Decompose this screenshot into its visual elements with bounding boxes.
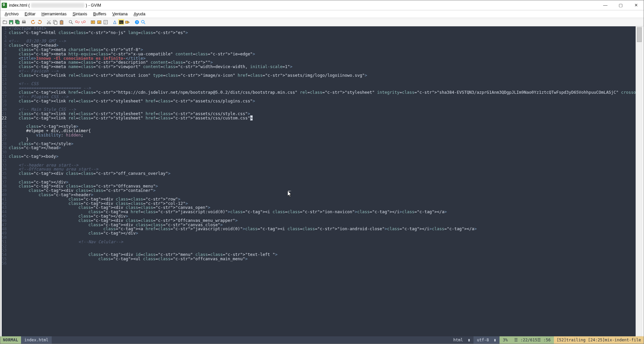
- close-button[interactable]: ✕: [628, 0, 644, 10]
- svg-rect-10: [54, 21, 57, 24]
- svg-rect-11: [60, 21, 63, 24]
- undo-icon[interactable]: [30, 19, 36, 25]
- make-icon[interactable]: [112, 19, 118, 25]
- menu-ventana[interactable]: Ventana: [109, 11, 131, 17]
- maximize-button[interactable]: ▢: [613, 0, 628, 10]
- menu-editar[interactable]: Editar: [22, 11, 39, 17]
- status-file: index.html: [21, 336, 52, 344]
- load-session-icon[interactable]: [90, 19, 96, 25]
- print-icon[interactable]: [21, 19, 27, 25]
- save-session-icon[interactable]: [96, 19, 102, 25]
- file-saveall-icon[interactable]: [14, 19, 20, 25]
- find-next-icon[interactable]: [74, 19, 80, 25]
- find-replace-icon[interactable]: [68, 19, 74, 25]
- toolbar: ?: [0, 18, 644, 26]
- title-redacted: [31, 3, 84, 8]
- status-mode: NORMAL: [0, 336, 21, 344]
- menu-ayuda[interactable]: Ayuda: [130, 11, 148, 17]
- status-position: ☰ :22/615☰ :56: [511, 336, 554, 344]
- title-paren: ): [86, 3, 87, 8]
- gutter: 1 2 3 4 5 6 7 8 9 10 11 12 13 14 15 16 1…: [2, 26, 9, 336]
- svg-point-15: [83, 21, 85, 23]
- status-warning: [52]trailing [24:25]mix-indent-file: [554, 336, 644, 344]
- file-save-icon[interactable]: [8, 19, 14, 25]
- titlebar[interactable]: index.html ( ) - GVIM — ▢ ✕: [0, 0, 644, 10]
- svg-text:?: ?: [136, 21, 138, 24]
- svg-rect-2: [10, 22, 12, 24]
- window-frame: index.html ( ) - GVIM — ▢ ✕ ArchivoEdita…: [0, 0, 644, 344]
- script-icon[interactable]: [102, 19, 108, 25]
- editor-wrap: 1 2 3 4 5 6 7 8 9 10 11 12 13 14 15 16 1…: [0, 26, 644, 336]
- svg-rect-0: [3, 21, 7, 24]
- title-app: - GVIM: [88, 3, 101, 8]
- svg-rect-4: [16, 21, 19, 24]
- scrollbar-thumb[interactable]: [637, 27, 642, 42]
- redo-icon[interactable]: [36, 19, 42, 25]
- shell-icon[interactable]: [118, 19, 124, 25]
- svg-rect-19: [119, 20, 123, 24]
- status-filetype: html ▮: [450, 336, 474, 344]
- find-prev-icon[interactable]: [80, 19, 86, 25]
- status-encoding: utf-8 ▮: [473, 336, 500, 344]
- paste-icon[interactable]: [58, 19, 64, 25]
- menu-sintaxis[interactable]: Sintaxis: [69, 11, 90, 17]
- svg-rect-12: [61, 20, 62, 21]
- file-open-icon[interactable]: [2, 19, 8, 25]
- title-prefix: index.html (: [9, 3, 30, 8]
- svg-rect-20: [125, 21, 128, 23]
- status-percent: 3%: [500, 336, 511, 344]
- editor[interactable]: 1 2 3 4 5 6 7 8 9 10 11 12 13 14 15 16 1…: [2, 26, 636, 336]
- find-help-icon[interactable]: [140, 19, 146, 25]
- copy-icon[interactable]: [52, 19, 58, 25]
- svg-point-23: [141, 20, 144, 23]
- svg-point-14: [75, 21, 77, 23]
- help-icon[interactable]: ?: [134, 19, 140, 25]
- menu-herramientas[interactable]: Herramientas: [38, 11, 69, 17]
- code-area[interactable]: <!doctype html> class="c-tag"><html clas…: [9, 26, 636, 336]
- app-icon: [2, 3, 7, 8]
- statusline: NORMAL index.html html ▮ utf-8 ▮ 3% ☰ :2…: [0, 336, 644, 344]
- svg-rect-6: [23, 20, 25, 22]
- svg-point-13: [69, 20, 72, 23]
- tag-icon[interactable]: [124, 19, 130, 25]
- vertical-scrollbar[interactable]: [636, 26, 642, 336]
- menu-archivo[interactable]: Archivo: [2, 11, 22, 17]
- menubar: ArchivoEditarHerramientasSintaxisBuffers…: [0, 10, 644, 18]
- menu-buffers[interactable]: Buffers: [90, 11, 109, 17]
- cut-icon[interactable]: [46, 19, 52, 25]
- minimize-button[interactable]: —: [598, 0, 613, 10]
